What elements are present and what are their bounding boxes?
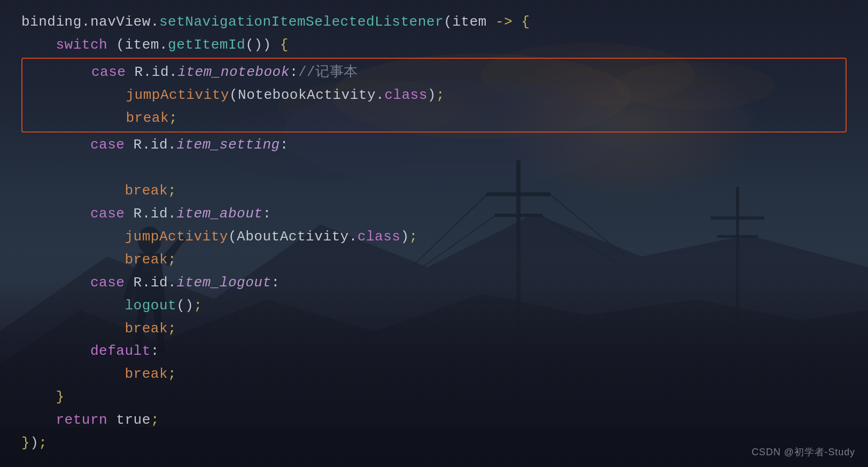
code-final-paren: ) xyxy=(30,432,38,455)
code-logout-parens: () xyxy=(176,294,193,317)
code-getitemid: getItemId xyxy=(168,34,245,57)
code-item-logout: item_logout xyxy=(176,271,271,294)
code-break-semi-1: ; xyxy=(169,107,177,130)
code-indent-17 xyxy=(21,409,56,432)
code-jump-about-paren1: ( xyxy=(228,225,237,248)
code-r-4: R xyxy=(134,271,142,294)
code-jump-about-paren2: ) xyxy=(400,225,409,248)
code-r-3: R xyxy=(134,203,142,225)
code-dot-r4: . xyxy=(142,271,151,294)
code-line-7-break: break; xyxy=(21,180,847,203)
code-break-semi-2: ; xyxy=(168,180,176,203)
code-dot-r2: . xyxy=(142,134,151,157)
code-dot-class1: . xyxy=(376,84,384,107)
code-dot-id2: . xyxy=(168,134,176,157)
code-indent-7 xyxy=(21,180,125,203)
code-container: binding.navView.setNavigationItemSelecte… xyxy=(0,0,868,465)
code-line-14: default: xyxy=(21,340,847,363)
code-line-13: break; xyxy=(21,317,847,340)
code-line-11: case R.id.item_logout: xyxy=(21,271,847,294)
code-indent-12 xyxy=(21,294,125,317)
code-indent-8 xyxy=(21,203,90,225)
code-break-semi-3: ; xyxy=(168,248,176,271)
code-switch-keyword: switch xyxy=(56,34,108,57)
code-colon-3: : xyxy=(262,203,271,225)
code-semi-2: ; xyxy=(409,225,418,248)
code-item-setting: item_setting xyxy=(176,134,280,157)
code-break-5: break xyxy=(125,363,168,386)
code-line-8: case R.id.item_about: xyxy=(21,203,847,225)
code-id-3: id xyxy=(151,203,168,225)
code-break-2: break xyxy=(125,180,168,203)
code-r-1: R xyxy=(135,61,143,84)
code-line-9: jumpActivity(AboutActivity.class); xyxy=(21,225,847,248)
code-return: return xyxy=(56,409,108,432)
code-dot-r3: . xyxy=(142,203,151,225)
code-id-4: id xyxy=(151,271,168,294)
code-final-brace: } xyxy=(21,432,30,455)
code-switch-paren: (item. xyxy=(107,34,168,57)
code-about-class: AboutActivity xyxy=(237,225,349,248)
code-navview: navView xyxy=(90,11,151,34)
code-indent-2 xyxy=(21,34,56,57)
code-switch-close: ()) xyxy=(245,34,280,57)
code-indent-13 xyxy=(21,317,125,340)
code-dot-id4: . xyxy=(168,271,176,294)
code-line-2: switch (item.getItemId()) { xyxy=(21,34,847,57)
code-indent-4 xyxy=(22,84,126,107)
code-switch-brace: { xyxy=(280,34,289,57)
code-case-4: case xyxy=(90,271,134,294)
code-dot2: . xyxy=(151,11,159,34)
code-indent-15 xyxy=(21,363,125,386)
code-notebook-class: NotebookActivity xyxy=(238,84,376,107)
watermark: CSDN @初学者-Study xyxy=(751,446,855,458)
code-indent-3 xyxy=(22,61,91,84)
code-class-kw2: class xyxy=(358,225,401,248)
code-line-12: logout(); xyxy=(21,294,847,317)
code-indent-11 xyxy=(21,271,90,294)
code-item-about: item_about xyxy=(176,203,262,225)
code-case-3: case xyxy=(90,203,134,225)
code-jump-paren2: ) xyxy=(428,84,436,107)
code-break-1: break xyxy=(126,107,169,130)
code-dot-r1: . xyxy=(143,61,152,84)
code-line-10: break; xyxy=(21,248,847,271)
code-r-2: R xyxy=(134,134,142,157)
code-colon-4: : xyxy=(272,271,280,294)
code-jump-about: jumpActivity xyxy=(125,225,228,248)
code-brace-switch-close: } xyxy=(56,386,65,409)
code-semi-1: ; xyxy=(436,84,445,107)
code-indent-16 xyxy=(21,386,56,409)
code-brace-open: { xyxy=(521,11,530,34)
code-line-17: return true; xyxy=(21,409,847,432)
code-default: default xyxy=(90,340,151,363)
code-indent-6 xyxy=(21,134,90,157)
code-final-semi: ; xyxy=(38,432,47,455)
code-line-15: break; xyxy=(21,363,847,386)
code-id-2: id xyxy=(151,134,168,157)
code-comment-notebook: //记事本 xyxy=(298,61,358,84)
code-case-1: case xyxy=(91,61,135,84)
code-break-4: break xyxy=(125,317,168,340)
code-break-semi-5: ; xyxy=(168,363,176,386)
code-line-18: }); xyxy=(21,432,847,455)
code-true: true xyxy=(107,409,151,432)
code-jump-notebook: jumpActivity xyxy=(126,84,229,107)
code-paren1: ( xyxy=(444,11,452,34)
code-indent-10 xyxy=(21,248,125,271)
watermark-text: CSDN @初学者-Study xyxy=(751,447,855,457)
code-dot-id1: . xyxy=(169,61,177,84)
code-colon-1: : xyxy=(290,61,298,84)
code-line-1: binding.navView.setNavigationItemSelecte… xyxy=(21,11,847,34)
code-case-2: case xyxy=(90,134,134,157)
code-logout-method: logout xyxy=(125,294,176,317)
code-jump-paren1: ( xyxy=(229,84,238,107)
code-line-4: jumpActivity(NotebookActivity.class); xyxy=(22,84,846,107)
code-line-6: case R.id.item_setting: xyxy=(21,134,847,157)
code-binding: binding xyxy=(21,11,82,34)
code-dot-class2: . xyxy=(349,225,358,248)
highlighted-case-notebook: case R.id.item_notebook://记事本 jumpActivi… xyxy=(21,58,847,133)
code-indent-5 xyxy=(22,107,126,130)
code-line-3: case R.id.item_notebook://记事本 xyxy=(22,61,846,84)
code-break-semi-4: ; xyxy=(168,317,176,340)
